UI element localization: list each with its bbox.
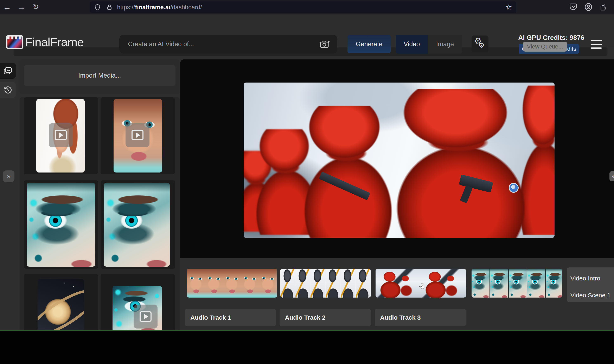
app-name: FinalFrame — [25, 35, 84, 49]
tab-image[interactable]: Image — [428, 35, 462, 54]
track-label-video-intro: Video Intro — [570, 275, 600, 282]
menu-icon[interactable] — [591, 40, 602, 49]
url-bar[interactable]: https://finalframe.ai/dashboard/ ☆ — [90, 1, 516, 13]
thumbnail-cyborg-eye — [104, 183, 170, 267]
url-text: https://finalframe.ai/dashboard/ — [117, 4, 202, 11]
mode-toggle: Video Image — [396, 35, 462, 54]
tab-video[interactable]: Video — [396, 35, 428, 54]
shield-icon[interactable] — [94, 4, 101, 11]
timeline-audio-tracks: Audio Track 1 Audio Track 2 Audio Track … — [0, 309, 614, 326]
account-icon[interactable] — [584, 2, 593, 12]
gear-small-icon: ⚙ — [479, 41, 485, 49]
extensions-puzzle-icon[interactable] — [599, 2, 608, 11]
media-gallery-icon — [3, 66, 13, 76]
shoulder-patch — [509, 183, 519, 193]
import-panel: Import Media... — [20, 59, 180, 94]
thumbnail-cyborg-eye — [27, 183, 95, 267]
prompt-input[interactable]: Create an AI Video of... — [119, 35, 337, 54]
app-header: FinalFrame Create an AI Video of... Gene… — [0, 14, 614, 47]
clapperboard-logo-icon — [6, 35, 23, 49]
browser-back-icon[interactable]: ← — [3, 2, 11, 12]
preview-canvas — [180, 59, 614, 258]
bookmark-star-icon[interactable]: ☆ — [505, 3, 512, 12]
collapse-panel-button[interactable]: « — [609, 171, 614, 181]
finalframe-dashboard: ← → ↻ https://finalframe.ai/dashboard/ ☆… — [0, 0, 614, 364]
audio-track-1[interactable]: Audio Track 1 — [185, 309, 276, 326]
media-item-image-cyborg-eye-2[interactable] — [101, 180, 175, 269]
import-media-button[interactable]: Import Media... — [24, 65, 175, 86]
media-item-video-redhead[interactable] — [24, 97, 98, 174]
generate-button[interactable]: Generate — [347, 35, 391, 53]
track-labels-panel: Video Intro Video Scene 1 — [567, 267, 614, 302]
prompt-placeholder: Create an AI Video of... — [128, 40, 194, 48]
audio-track-3[interactable]: Audio Track 3 — [375, 309, 466, 326]
browser-forward-icon[interactable]: → — [17, 2, 26, 12]
timeline-clip-freckled[interactable] — [187, 269, 277, 298]
settings-button[interactable]: ⚙ ⚙ — [472, 36, 488, 52]
track-label-video-scene-1: Video Scene 1 — [570, 292, 611, 299]
audio-track-2[interactable]: Audio Track 2 — [280, 309, 371, 326]
soldier-mid — [300, 106, 393, 238]
timeline-clip-robot[interactable] — [280, 269, 371, 298]
play-badge-icon[interactable] — [49, 123, 73, 147]
sidebar-item-history[interactable] — [0, 82, 16, 98]
browser-reload-icon[interactable]: ↻ — [33, 2, 39, 12]
app-logo[interactable]: FinalFrame — [6, 35, 84, 49]
pocket-icon[interactable] — [569, 2, 578, 11]
rifle — [459, 174, 493, 193]
soldier-main — [390, 89, 527, 238]
browser-toolbar: ← → ↻ https://finalframe.ai/dashboard/ ☆ — [0, 0, 614, 14]
bottom-black-bar — [0, 331, 614, 364]
media-item-video-freckled[interactable] — [101, 97, 175, 174]
media-item-image-cyborg-eye-1[interactable] — [24, 180, 98, 269]
hand-cursor — [418, 282, 427, 291]
lock-icon — [106, 4, 113, 11]
timeline-video-track: Video Intro Video Scene 1 — [0, 267, 614, 302]
gpu-credits-label: AI GPU Credits: 9876 — [518, 34, 579, 41]
expand-sidebar-button[interactable]: » — [3, 170, 14, 182]
video-preview[interactable] — [244, 83, 555, 238]
sidebar-item-media-library[interactable] — [0, 63, 16, 79]
view-queue-button[interactable]: View Queue... — [523, 42, 567, 52]
history-clock-icon — [3, 85, 13, 95]
timeline-clip-cyborg-eye[interactable] — [472, 269, 562, 298]
camera-plus-icon[interactable] — [320, 40, 330, 49]
play-badge-icon[interactable] — [126, 123, 149, 147]
